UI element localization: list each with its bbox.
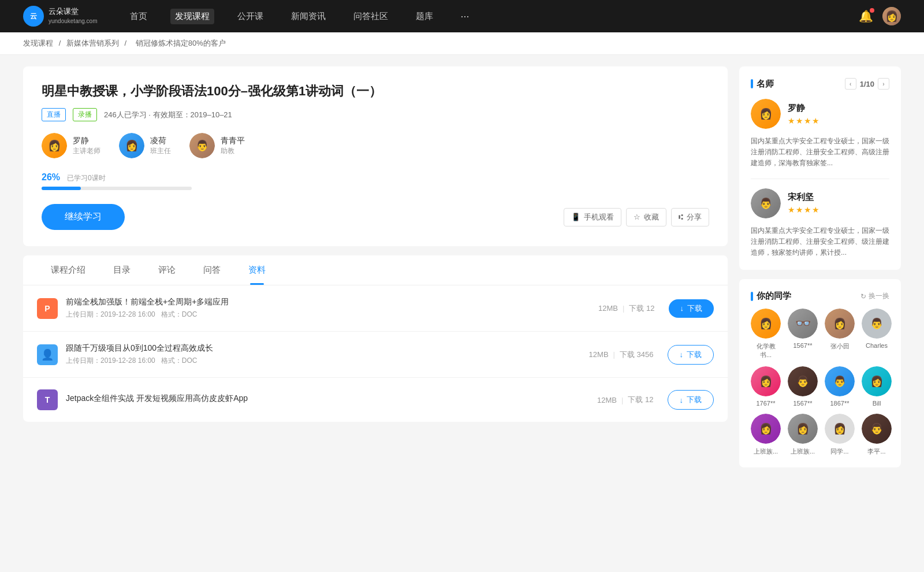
user-avatar[interactable]: 👩 [882, 7, 901, 25]
classmate-avatar-4: 👩 [751, 366, 781, 396]
breadcrumb-sep2: / [124, 39, 128, 47]
classmate-name-3: Charles [866, 342, 888, 349]
teacher-avatar-2: 👨 [189, 133, 215, 158]
download-btn-1[interactable]: ↓ 下载 [668, 345, 714, 365]
classmate-avatar-3: 👨 [862, 309, 892, 339]
badge-live: 直播 [42, 108, 66, 121]
breadcrumb-current: 销冠修炼术搞定80%的客户 [136, 39, 226, 47]
classmate-avatar-5: 👨 [788, 366, 818, 396]
breadcrumb-discover[interactable]: 发现课程 [23, 39, 53, 47]
classmate-0[interactable]: 👩 化学教书... [751, 309, 781, 359]
classmate-7[interactable]: 👩 Bill [862, 366, 892, 407]
classmate-avatar-7: 👩 [862, 366, 892, 396]
mobile-icon: 📱 [571, 213, 580, 221]
teacher-0: 👩 罗静 主讲老师 [42, 133, 100, 158]
course-actions: 继续学习 📱 手机观看 ☆ 收藏 ⑆ 分享 [42, 204, 709, 230]
file-info-1: 跟随千万级项目从0到100全过程高效成长 上传日期：2019-12-28 16:… [66, 343, 589, 366]
tab-qa[interactable]: 问答 [189, 255, 234, 285]
classmate-avatar-9: 👩 [788, 414, 818, 444]
classmate-name-10: 同学... [830, 447, 848, 456]
teachers-sidebar-title: 名师 ‹ 1/10 › [751, 78, 889, 90]
teachers-list: 👩 罗静 主讲老师 👩 凌荷 班主任 [42, 133, 709, 158]
classmate-10[interactable]: 👩 同学... [825, 414, 855, 456]
nav-discover[interactable]: 发现课程 [170, 9, 214, 24]
continue-btn[interactable]: 继续学习 [42, 204, 125, 230]
progress-sub: 已学习0课时 [67, 173, 106, 183]
pag-next[interactable]: › [878, 78, 889, 90]
logo-icon: 云 [23, 6, 44, 27]
nav-right: 🔔 👩 [859, 7, 901, 25]
teacher-role-1: 班主任 [150, 146, 171, 156]
classmate-avatar-10: 👩 [825, 414, 855, 444]
refresh-btn[interactable]: ↻ 换一换 [860, 291, 889, 301]
tab-materials[interactable]: 资料 [234, 255, 280, 285]
download-icon-0: ↓ [680, 304, 684, 313]
course-stats: 246人已学习 · 有效期至：2019–10–21 [104, 110, 232, 120]
logo[interactable]: 云 云朵课堂yundouketang.com [23, 6, 98, 27]
file-name-1: 跟随千万级项目从0到100全过程高效成长 [66, 343, 589, 354]
course-title: 明星中教授课，小学阶段语法100分–强化级第1讲动词（一） [42, 83, 709, 100]
classmate-avatar-2: 👩 [825, 309, 855, 339]
tab-content: P 前端全栈加强版！前端全栈+全周期+多端应用 上传日期：2019-12-28 … [23, 285, 728, 422]
classmate-4[interactable]: 👩 1767** [751, 366, 781, 407]
progress-section: 26% 已学习0课时 [42, 172, 709, 190]
classmates-header: 你的同学 ↻ 换一换 [751, 291, 889, 302]
notification-dot [870, 8, 874, 13]
sidebar: 名师 ‹ 1/10 › 👩 罗静 ★★★★ 国 [739, 66, 901, 477]
mobile-label: 手机观看 [584, 212, 614, 222]
classmate-3[interactable]: 👨 Charles [862, 309, 892, 359]
content-area: 明星中教授课，小学阶段语法100分–强化级第1讲动词（一） 直播 录播 246人… [23, 66, 728, 477]
classmates-sidebar-card: 你的同学 ↻ 换一换 👩 化学教书... 👓 [739, 279, 901, 467]
classmate-avatar-0: 👩 [751, 309, 781, 339]
breadcrumb: 发现课程 / 新媒体营销系列 / 销冠修炼术搞定80%的客户 [0, 32, 924, 55]
file-name-2: Jetpack全组件实战 开发短视频应用高仿皮皮虾App [66, 393, 597, 404]
refresh-label: 换一换 [869, 291, 889, 301]
badge-rec: 录播 [73, 108, 97, 121]
mobile-watch-btn[interactable]: 📱 手机观看 [564, 208, 621, 226]
nav-open[interactable]: 公开课 [233, 9, 268, 24]
tabs-card: 课程介绍 目录 评论 问答 资料 P 前端全栈加强版！前端全栈+全周期+多端应用… [23, 255, 728, 422]
classmate-6[interactable]: 👨 1867** [825, 366, 855, 407]
classmate-name-0: 化学教书... [751, 342, 781, 359]
notification-bell[interactable]: 🔔 [859, 9, 873, 23]
tab-intro[interactable]: 课程介绍 [37, 255, 99, 285]
nav-home[interactable]: 首页 [125, 9, 152, 24]
progress-percent: 26% [42, 172, 60, 182]
classmate-2[interactable]: 👩 张小田 [825, 309, 855, 359]
teacher-avatar-1: 👩 [119, 133, 144, 158]
course-card: 明星中教授课，小学阶段语法100分–强化级第1讲动词（一） 直播 录播 246人… [23, 66, 728, 246]
course-meta: 直播 录播 246人已学习 · 有效期至：2019–10–21 [42, 108, 709, 121]
share-btn[interactable]: ⑆ 分享 [671, 208, 709, 226]
collect-btn[interactable]: ☆ 收藏 [626, 208, 666, 226]
classmate-avatar-6: 👨 [825, 366, 855, 396]
nav-news[interactable]: 新闻资讯 [286, 9, 330, 24]
tab-catalog[interactable]: 目录 [99, 255, 144, 285]
pag-current: 1/10 [860, 80, 874, 88]
classmate-9[interactable]: 👩 上班族... [788, 414, 818, 456]
classmate-avatar-11: 👨 [862, 414, 892, 444]
share-icon: ⑆ [679, 213, 683, 221]
classmate-avatar-8: 👩 [751, 414, 781, 444]
classmate-1[interactable]: 👓 1567** [788, 309, 818, 359]
classmate-5[interactable]: 👨 1567** [788, 366, 818, 407]
file-meta-1: 上传日期：2019-12-28 16:00 格式：DOC [66, 356, 589, 366]
collect-icon: ☆ [634, 213, 640, 221]
classmate-8[interactable]: 👩 上班族... [751, 414, 781, 456]
classmate-name-7: Bill [873, 400, 881, 407]
teacher-name-1: 凌荷 [150, 136, 171, 146]
download-btn-0[interactable]: ↓ 下载 [669, 299, 714, 318]
breadcrumb-series[interactable]: 新媒体营销系列 [66, 39, 119, 47]
classmate-name-5: 1567** [793, 400, 812, 407]
classmate-11[interactable]: 👨 李平... [862, 414, 892, 456]
download-btn-2[interactable]: ↓ 下载 [668, 390, 714, 410]
tab-review[interactable]: 评论 [144, 255, 189, 285]
file-name-0: 前端全栈加强版！前端全栈+全周期+多端应用 [66, 297, 598, 307]
pag-prev[interactable]: ‹ [845, 78, 856, 90]
nav-exam[interactable]: 题库 [411, 9, 438, 24]
file-info-2: Jetpack全组件实战 开发短视频应用高仿皮皮虾App [66, 393, 597, 406]
file-info-0: 前端全栈加强版！前端全栈+全周期+多端应用 上传日期：2019-12-28 16… [66, 297, 598, 320]
file-item-1: 👤 跟随千万级项目从0到100全过程高效成长 上传日期：2019-12-28 1… [23, 332, 728, 378]
nav-qa[interactable]: 问答社区 [349, 9, 393, 24]
nav-more[interactable]: ··· [456, 8, 474, 25]
classmates-title: 你的同学 [751, 291, 791, 302]
